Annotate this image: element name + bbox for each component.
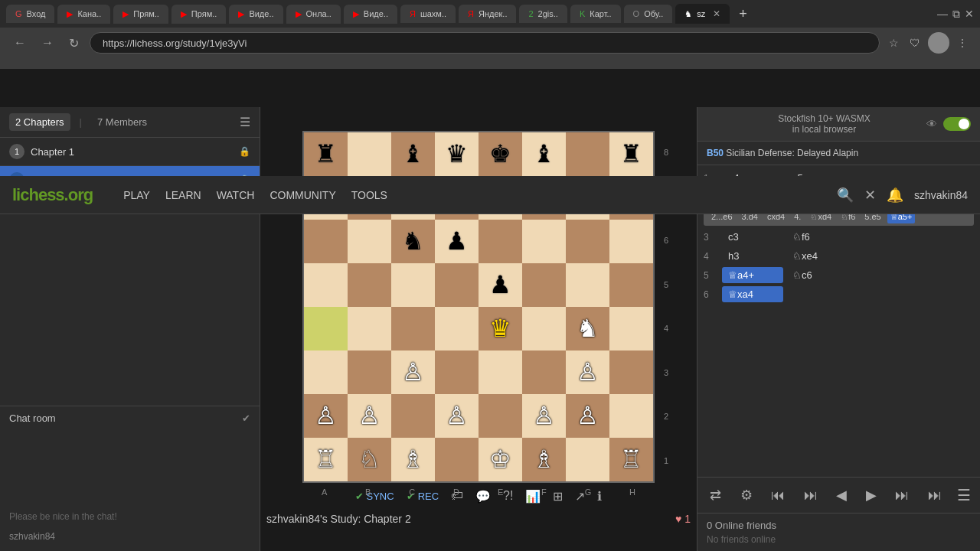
square-d1[interactable]	[435, 438, 479, 481]
square-g8[interactable]	[566, 132, 609, 176]
square-c6[interactable]: ♞	[391, 220, 435, 263]
square-d4[interactable]	[435, 307, 479, 350]
square-a8[interactable]: ♜	[304, 132, 348, 176]
minimize-button[interactable]: —	[937, 8, 948, 21]
browser-menu-button[interactable]: ⋮	[954, 34, 971, 52]
tab-obu[interactable]: OОбу..	[624, 5, 673, 23]
restore-button[interactable]: ⧉	[952, 8, 960, 21]
square-b5[interactable]	[348, 263, 391, 307]
square-e1[interactable]: ♔	[479, 438, 522, 481]
flip-board-button[interactable]: ⇄	[707, 484, 724, 507]
extension-button[interactable]: 🛡	[906, 34, 923, 52]
square-f6[interactable]	[522, 220, 566, 263]
tab-yt5[interactable]: ▶Онла..	[286, 5, 341, 24]
close-button[interactable]: ✕	[864, 187, 876, 204]
square-e4[interactable]: ♛	[479, 307, 522, 350]
sidebar-menu-button[interactable]: ☰	[240, 115, 250, 129]
square-h6[interactable]	[609, 220, 653, 263]
last-move-button[interactable]: ⏭	[925, 484, 945, 507]
square-a6[interactable]	[304, 220, 348, 263]
tab-yt1[interactable]: ▶Кана..	[57, 5, 110, 24]
move-4-black[interactable]: ♘xe4	[786, 248, 848, 264]
tab-yandex[interactable]: Яшахм..	[400, 5, 456, 23]
square-h4[interactable]	[609, 307, 653, 350]
square-f4[interactable]	[522, 307, 566, 350]
square-h2[interactable]	[609, 394, 653, 438]
prev-move-button[interactable]: ◀	[833, 484, 850, 507]
square-g2[interactable]: ♙	[566, 394, 609, 438]
square-e2[interactable]	[479, 394, 522, 438]
next-move-button[interactable]: ▶	[863, 484, 880, 507]
square-f1[interactable]: ♗	[522, 438, 566, 481]
settings-button[interactable]: ⚙	[737, 484, 756, 507]
square-c2[interactable]	[391, 394, 435, 438]
move-3-black[interactable]: ♘f6	[786, 229, 848, 245]
controls-menu-button[interactable]: ☰	[957, 486, 971, 504]
nav-tools[interactable]: TOOLS	[351, 189, 387, 201]
eye-icon[interactable]: 👁	[926, 118, 937, 130]
square-g1[interactable]	[566, 438, 609, 481]
close-window-button[interactable]: ✕	[965, 8, 974, 21]
next-chapter-button[interactable]: ⏭	[892, 484, 912, 507]
square-e6[interactable]	[479, 220, 522, 263]
url-bar[interactable]	[90, 32, 880, 54]
square-c1[interactable]: ♗	[391, 438, 435, 481]
username-label[interactable]: szhvakin84	[914, 189, 968, 201]
square-h8[interactable]: ♜	[609, 132, 653, 176]
tab-yt4[interactable]: ▶Виде..	[229, 5, 283, 24]
move-6-white[interactable]: ♕xa4	[722, 286, 783, 302]
move-5-white[interactable]: ♕a4+	[722, 267, 783, 283]
move-5-black[interactable]: ♘c6	[786, 267, 848, 283]
first-move-button[interactable]: ⏮	[768, 484, 788, 507]
square-e3[interactable]	[479, 350, 522, 394]
chapter-item-1[interactable]: 1 Chapter 1 🔒	[0, 138, 260, 166]
square-a3[interactable]	[304, 350, 348, 394]
move-4-white[interactable]: h3	[722, 248, 783, 264]
forward-button[interactable]: →	[37, 33, 58, 53]
square-a4[interactable]	[304, 307, 348, 350]
tab-lichess[interactable]: ♞ sz ✕	[675, 4, 730, 24]
tab-maps[interactable]: KКарт..	[570, 5, 621, 23]
square-f3[interactable]	[522, 350, 566, 394]
tab-close-icon[interactable]: ✕	[713, 8, 720, 19]
square-b8[interactable]	[348, 132, 391, 176]
square-f2[interactable]: ♙	[522, 394, 566, 438]
square-b2[interactable]: ♙	[348, 394, 391, 438]
square-a5[interactable]	[304, 263, 348, 307]
chat-settings-icon[interactable]: ✔	[242, 412, 250, 424]
tab-yt3[interactable]: ▶Прям..	[172, 5, 227, 24]
notifications-button[interactable]: 🔔	[887, 187, 903, 204]
square-d5[interactable]	[435, 263, 479, 307]
square-c3[interactable]: ♙	[391, 350, 435, 394]
nav-community[interactable]: COMMUNITY	[270, 189, 335, 201]
bookmark-button[interactable]: ☆	[886, 34, 902, 52]
square-c8[interactable]: ♝	[391, 132, 435, 176]
site-logo[interactable]: lichess.org	[12, 185, 93, 205]
square-d2[interactable]: ♙	[435, 394, 479, 438]
back-button[interactable]: ←	[9, 33, 31, 53]
square-d3[interactable]	[435, 350, 479, 394]
square-b1[interactable]: ♘	[348, 438, 391, 481]
square-h5[interactable]	[609, 263, 653, 307]
nav-watch[interactable]: WATCH	[217, 189, 255, 201]
nav-play[interactable]: PLAY	[123, 189, 150, 201]
square-c4[interactable]	[391, 307, 435, 350]
prev-chapter-button[interactable]: ⏭	[801, 484, 821, 507]
tab-chapters[interactable]: 2 Chapters	[9, 113, 70, 131]
square-a1[interactable]: ♖	[304, 438, 348, 481]
square-d8[interactable]: ♛	[435, 132, 479, 176]
nav-learn[interactable]: LEARN	[165, 189, 201, 201]
square-e5[interactable]: ♟	[479, 263, 522, 307]
tab-2gis[interactable]: 22gis..	[519, 5, 567, 23]
square-d6[interactable]: ♟	[435, 220, 479, 263]
square-h1[interactable]: ♖	[609, 438, 653, 481]
tab-yt6[interactable]: ▶Виде..	[344, 5, 397, 24]
square-g4[interactable]: ♞	[566, 307, 609, 350]
square-g3[interactable]: ♙	[566, 350, 609, 394]
square-b6[interactable]	[348, 220, 391, 263]
square-c5[interactable]	[391, 263, 435, 307]
engine-toggle-switch[interactable]	[943, 117, 971, 131]
tab-yt2[interactable]: ▶Прям..	[113, 5, 168, 24]
tab-gmail[interactable]: GВход	[6, 5, 54, 23]
new-tab-button[interactable]: +	[733, 6, 753, 22]
